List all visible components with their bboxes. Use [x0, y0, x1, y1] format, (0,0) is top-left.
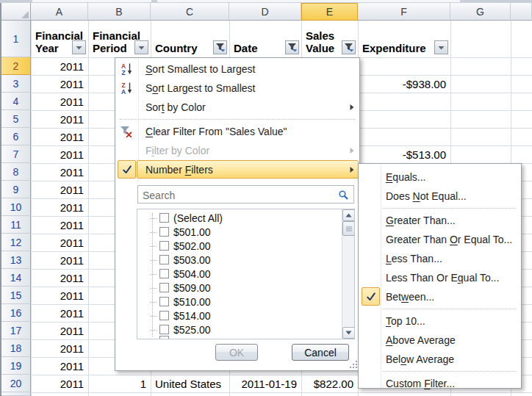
- checkmark-icon: [365, 291, 377, 303]
- search-input[interactable]: [141, 187, 337, 203]
- menu-item-label: Custom Filter...: [386, 378, 455, 389]
- value-checkbox[interactable]: [159, 325, 169, 334]
- value-row-501-00[interactable]: $501.00: [137, 226, 340, 240]
- menu-item-less-than-or-equal-to[interactable]: Less Than Or Equal To...: [359, 268, 521, 287]
- ok-button[interactable]: OK: [215, 344, 258, 361]
- dropdown-arrow-icon: [438, 46, 445, 50]
- value-row-514-00[interactable]: $514.00: [137, 309, 340, 323]
- value-checkbox-partial[interactable]: [159, 336, 169, 339]
- scroll-up-button[interactable]: [342, 209, 355, 221]
- menu-item-label: Less Than...: [386, 253, 442, 264]
- tree-stub: [150, 316, 157, 317]
- submenu-arrow-icon: [350, 148, 354, 154]
- cell-A6: 2011: [32, 128, 87, 145]
- value-checkbox[interactable]: [159, 311, 169, 320]
- value-checkbox[interactable]: [159, 283, 169, 292]
- cell-C20: United States: [151, 375, 229, 392]
- filter-button-col-D[interactable]: [285, 40, 299, 54]
- cell-A8: 2011: [32, 163, 87, 181]
- value-label: (Select All): [173, 212, 223, 224]
- menu-separator: [383, 371, 516, 372]
- value-row-502-00[interactable]: $502.00: [137, 240, 340, 253]
- cell-F3: -$938.00: [359, 75, 450, 93]
- submenu-arrow-icon: [350, 167, 354, 173]
- menu-item-check: [118, 160, 136, 179]
- menu-item-sort-smallest-to-largest[interactable]: AZSort Smallest to Largest: [116, 60, 359, 79]
- dropdown-button-col-F[interactable]: [434, 40, 448, 54]
- clear-filter-icon: [120, 126, 132, 137]
- menu-item-top-10[interactable]: Top 10...: [359, 312, 521, 331]
- menu-item-above-average[interactable]: Above Average: [359, 331, 521, 350]
- tree-stub: [150, 288, 157, 289]
- filter-button-col-E[interactable]: [342, 40, 356, 54]
- value-checkbox[interactable]: [159, 269, 169, 278]
- menu-item-label: Equals...: [386, 171, 425, 183]
- value-row-510-00[interactable]: $510.00: [137, 295, 340, 309]
- menu-item-label: Greater Than Or Equal To...: [386, 234, 512, 245]
- value-row-503-00[interactable]: $503.00: [137, 253, 340, 267]
- cell-A9: 2011: [32, 181, 87, 198]
- dropdown-button-col-A[interactable]: [72, 40, 86, 54]
- menu-item-label: Number Filters: [145, 164, 213, 176]
- tree-stub: [150, 232, 157, 233]
- dropdown-button-col-B[interactable]: [134, 40, 148, 54]
- tree-stub: [150, 330, 157, 331]
- cell-A17: 2011: [32, 322, 87, 339]
- search-icon[interactable]: [338, 190, 349, 201]
- value-checkbox[interactable]: [159, 227, 169, 237]
- value-checkbox[interactable]: [159, 255, 169, 264]
- menu-item-less-than[interactable]: Less Than...: [359, 249, 521, 268]
- autofilter-dropdown: (Select All)$501.00$502.00$503.00$504.00…: [115, 57, 360, 371]
- menu-item-custom-filter[interactable]: Custom Filter...: [359, 374, 521, 393]
- menu-separator: [383, 208, 516, 209]
- value-list-scrollbar[interactable]: [342, 209, 354, 339]
- scroll-down-icon: [345, 331, 352, 335]
- menu-item-does-not-equal[interactable]: Does Not Equal...: [359, 187, 521, 206]
- menu-item-greater-than-or-equal-to[interactable]: Greater Than Or Equal To...: [359, 230, 521, 249]
- cell-A2: 2011: [32, 57, 87, 75]
- menu-item-label: Greater Than...: [386, 215, 456, 226]
- cell-A7: 2011: [32, 145, 87, 163]
- value-row-504-00[interactable]: $504.00: [137, 267, 340, 281]
- value-label: $509.00: [173, 282, 211, 294]
- value-checkbox[interactable]: [159, 241, 169, 251]
- menu-item-sort-largest-to-smallest[interactable]: ZASort Largest to Smallest: [116, 79, 359, 98]
- sort-az-icon: AZ: [120, 63, 133, 76]
- menu-item-label: Sort Smallest to Largest: [145, 63, 255, 75]
- scroll-down-button[interactable]: [342, 327, 355, 339]
- cancel-button[interactable]: Cancel: [292, 344, 349, 361]
- cell-A4: 2011: [32, 93, 87, 110]
- tree-stub: [150, 274, 157, 275]
- cell-F7: -$513.00: [359, 145, 450, 163]
- menu-item-greater-than[interactable]: Greater Than...: [359, 211, 521, 230]
- checkmark-icon: [121, 164, 133, 176]
- cell-A18: 2011: [32, 339, 87, 357]
- scroll-thumb-ridges-icon: [346, 226, 352, 231]
- menu-item-number-filters[interactable]: Number Filters: [116, 160, 359, 179]
- filter-button-col-C[interactable]: [213, 40, 227, 54]
- menu-item-between[interactable]: Between...: [359, 287, 521, 306]
- cell-A14: 2011: [32, 269, 87, 287]
- svg-text:A: A: [121, 88, 126, 95]
- menu-item-clear-filter-from-sales-value[interactable]: Clear Filter From "Sales Value": [116, 122, 359, 141]
- value-checkbox[interactable]: [159, 297, 169, 306]
- menu-item-filter-by-color[interactable]: Filter by Color: [116, 141, 359, 160]
- cell-B20: 1: [89, 375, 150, 392]
- menu-item-sort-by-color[interactable]: Sort by Color: [116, 98, 359, 117]
- cell-E20: $822.00: [302, 375, 357, 392]
- dropdown-arrow-icon: [138, 46, 145, 50]
- cell-D20: 2011-01-19: [230, 375, 301, 392]
- scroll-up-icon: [345, 213, 352, 217]
- filter-value-list: (Select All)$501.00$502.00$503.00$504.00…: [137, 209, 355, 339]
- menu-item-label: Less Than Or Equal To...: [386, 272, 499, 284]
- menu-item-equals[interactable]: Equals...: [359, 168, 521, 187]
- value-row-509-00[interactable]: $509.00: [137, 281, 340, 295]
- number-filters-submenu: Equals...Does Not Equal...Greater Than..…: [358, 163, 522, 389]
- value-row-select-all[interactable]: (Select All): [137, 212, 340, 226]
- scroll-thumb[interactable]: [342, 221, 355, 236]
- filter-funnel-icon: [344, 43, 354, 52]
- menu-item-label: Does Not Equal...: [386, 190, 467, 202]
- value-checkbox[interactable]: [159, 213, 169, 223]
- menu-item-below-average[interactable]: Below Average: [359, 350, 521, 369]
- value-label: $501.00: [173, 226, 211, 238]
